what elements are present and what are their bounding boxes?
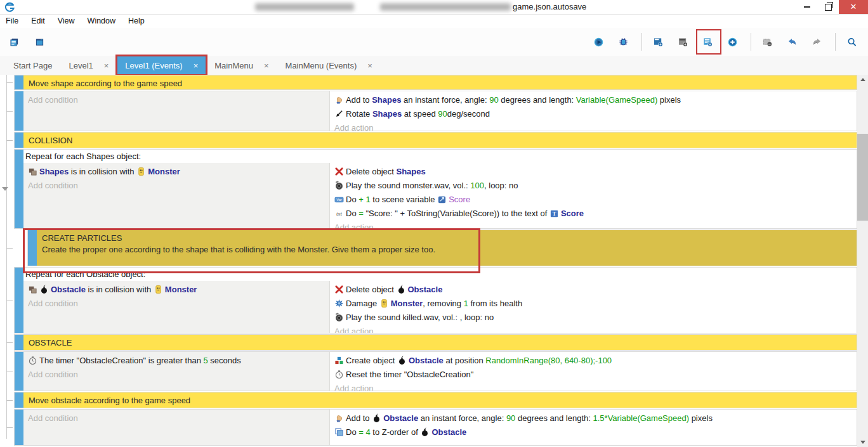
redo-button[interactable] <box>808 32 828 52</box>
tab-start-page[interactable]: Start Page <box>5 56 60 75</box>
add-condition-button[interactable]: Add condition <box>23 297 329 311</box>
action-line[interactable]: Play the sound monster.wav, vol.: 100, l… <box>330 179 857 193</box>
event-handle-bar[interactable] <box>15 75 23 89</box>
event-handle-bar[interactable] <box>28 230 37 266</box>
collapse-arrow-icon[interactable] <box>2 187 8 191</box>
condition-line[interactable]: The timer "ObstacleCreation" is greater … <box>23 354 329 368</box>
project-manager-button[interactable] <box>5 32 25 52</box>
tab-label: Level1 (Events) <box>125 61 182 70</box>
add-action-button[interactable]: Add action <box>330 325 857 333</box>
tab-close-icon[interactable]: × <box>367 61 372 70</box>
comment-body[interactable]: Move shape according to the game speed <box>23 75 857 89</box>
add-condition-button[interactable]: Add condition <box>23 93 329 107</box>
standard-event[interactable]: Add conditionAdd to Obstacle an instant … <box>14 409 857 446</box>
comment-event[interactable]: CREATE PARTICLESCreate the proper one ac… <box>27 230 857 266</box>
close-button[interactable]: ✕ <box>839 0 868 14</box>
comment-event[interactable]: COLLISION <box>14 132 857 148</box>
actions-column[interactable]: Add to Shapes an instant force, angle: 9… <box>330 91 857 131</box>
condition-line[interactable]: Obstacle is in collision with Monster <box>23 283 329 297</box>
action-line[interactable]: Damage Monster, removing 1 from its heal… <box>330 297 857 311</box>
action-line[interactable]: Rotate Shapes at speed 90deg/second <box>330 107 857 121</box>
minimize-button[interactable] <box>797 0 817 14</box>
scene-editor-button[interactable] <box>30 32 51 52</box>
tab-close-icon[interactable]: × <box>264 61 269 70</box>
event-handle-bar[interactable] <box>15 150 23 228</box>
repeat-event[interactable]: Repeat for each Shapes object:Shapes is … <box>14 149 857 229</box>
repeat-header[interactable]: Repeat for each Obstacle object: <box>23 268 857 281</box>
event-handle-bar[interactable] <box>15 352 23 391</box>
add-scene-icon <box>654 36 663 48</box>
condition-line[interactable]: Shapes is in collision with Monster <box>23 165 329 179</box>
add-external-layout-button[interactable] <box>674 32 694 52</box>
tab-mainmenu[interactable]: MainMenu× <box>206 56 277 75</box>
add-action-button[interactable]: Add action <box>330 121 857 131</box>
action-line[interactable]: Create object Obstacle at position Rando… <box>330 354 857 368</box>
conditions-column[interactable]: Add condition <box>23 410 330 445</box>
add-external-events-button[interactable] <box>699 32 719 52</box>
scroll-up-arrow-icon[interactable] <box>857 75 868 84</box>
vertical-scrollbar[interactable] <box>857 75 868 447</box>
standard-event[interactable]: The timer "ObstacleCreation" is greater … <box>14 351 857 391</box>
add-condition-button[interactable]: Add condition <box>23 411 329 425</box>
tab-level1-events-[interactable]: Level1 (Events)× <box>117 56 206 75</box>
action-line[interactable]: Reset the timer "ObstacleCreation" <box>330 368 857 382</box>
menu-help[interactable]: Help <box>122 15 151 28</box>
debug-button[interactable] <box>614 32 635 52</box>
scrollbar-thumb[interactable] <box>857 134 868 221</box>
add-object-button[interactable] <box>723 32 744 52</box>
actions-column[interactable]: Delete object ObstacleDamage Monster, re… <box>330 281 857 333</box>
action-line[interactable]: txtDo = "Score: " + ToString(Variable(Sc… <box>330 207 857 221</box>
comment-event[interactable]: Move obstacle according to the game spee… <box>14 392 857 408</box>
scroll-down-arrow-icon[interactable] <box>857 437 868 447</box>
action-line[interactable]: Add to Shapes an instant force, angle: 9… <box>330 93 857 107</box>
standard-event[interactable]: Add conditionAdd to Shapes an instant fo… <box>14 91 857 131</box>
conditions-column[interactable]: The timer "ObstacleCreation" is greater … <box>23 352 330 391</box>
menu-view[interactable]: View <box>51 15 81 28</box>
comment-body[interactable]: OBSTACLE <box>23 335 857 350</box>
menu-edit[interactable]: Edit <box>25 15 51 28</box>
action-line[interactable]: VarDo + 1 to scene variable Score <box>330 193 857 207</box>
actions-column[interactable]: Delete object ShapesPlay the sound monst… <box>330 163 857 228</box>
add-action-button[interactable]: Add action <box>330 382 857 391</box>
action-line[interactable]: Delete object Shapes <box>330 165 857 179</box>
restore-button[interactable] <box>819 0 838 14</box>
event-handle-bar[interactable] <box>15 392 23 408</box>
action-line[interactable]: Do = 4 to Z-order of Obstacle <box>330 425 857 439</box>
event-handle-bar[interactable] <box>15 133 23 148</box>
undo-button[interactable] <box>783 32 803 52</box>
event-handle-bar[interactable] <box>15 335 23 350</box>
add-action-button[interactable]: Add action <box>330 221 857 228</box>
add-scene-button[interactable] <box>649 32 669 52</box>
tab-close-icon[interactable]: × <box>104 61 109 70</box>
menu-file[interactable]: File <box>0 15 25 28</box>
actions-column[interactable]: Create object Obstacle at position Rando… <box>330 352 857 391</box>
add-condition-button[interactable]: Add condition <box>23 179 329 193</box>
event-handle-bar[interactable] <box>15 268 23 333</box>
repeat-event[interactable]: Repeat for each Obstacle object:Obstacle… <box>14 267 857 334</box>
conditions-column[interactable]: Add condition <box>23 91 330 131</box>
conditions-column[interactable]: Shapes is in collision with MonsterAdd c… <box>23 163 330 228</box>
scene-editor-icon <box>35 36 44 48</box>
event-handle-bar[interactable] <box>15 410 23 445</box>
repeat-header[interactable]: Repeat for each Shapes object: <box>23 150 857 163</box>
comment-body[interactable]: Move obstacle according to the game spee… <box>23 392 857 408</box>
comment-body[interactable]: CREATE PARTICLESCreate the proper one ac… <box>37 230 857 266</box>
action-line[interactable]: Delete object Obstacle <box>330 283 857 297</box>
search-button[interactable] <box>843 32 863 52</box>
preview-disabled-button[interactable] <box>758 32 779 52</box>
comment-event[interactable]: OBSTACLE <box>14 334 857 351</box>
conditions-column[interactable]: Obstacle is in collision with MonsterAdd… <box>23 281 330 333</box>
action-line[interactable]: Play the sound killed.wav, vol.: , loop:… <box>330 311 857 325</box>
action-line[interactable]: Add to Obstacle an instant force, angle:… <box>330 411 857 425</box>
menu-window[interactable]: Window <box>81 15 122 28</box>
obstacle-icon <box>397 354 407 368</box>
comment-body[interactable]: COLLISION <box>23 133 857 148</box>
event-handle-bar[interactable] <box>15 91 23 131</box>
tab-close-icon[interactable]: × <box>194 61 199 70</box>
tab-level1[interactable]: Level1× <box>60 56 117 75</box>
actions-column[interactable]: Add to Obstacle an instant force, angle:… <box>330 410 857 445</box>
tab-mainmenu-events-[interactable]: MainMenu (Events)× <box>277 56 381 75</box>
add-condition-button[interactable]: Add condition <box>23 368 329 382</box>
play-button[interactable] <box>589 32 610 52</box>
comment-event[interactable]: Move shape according to the game speed <box>14 75 857 90</box>
